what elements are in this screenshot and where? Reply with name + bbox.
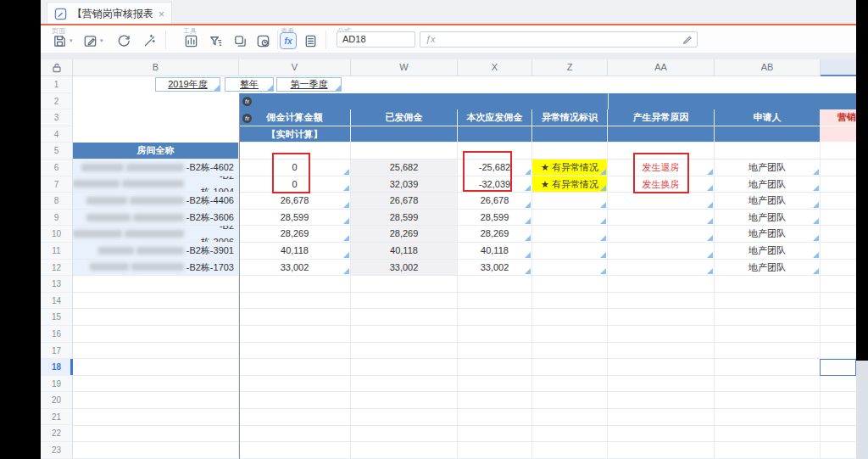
row-number[interactable]: 12 [41,260,72,277]
empty-cell[interactable] [608,309,715,326]
empty-cell[interactable] [715,426,821,443]
cell-applicant[interactable]: 地产团队 [715,176,821,193]
empty-cell[interactable] [458,343,532,360]
drilldown-triangle-icon[interactable] [525,202,531,208]
empty-cell[interactable] [239,359,351,376]
column-header-X[interactable]: X [458,59,532,76]
empty-cell[interactable] [73,276,239,293]
empty-cell[interactable] [821,343,856,360]
cell-abnormal-flag[interactable] [532,193,608,210]
room-name-header[interactable]: 房间全称 [73,143,239,160]
quarter-filter-chip[interactable]: 第一季度 [276,77,342,92]
drilldown-triangle-icon[interactable] [600,268,606,274]
history-button[interactable] [254,32,271,49]
drilldown-triangle-icon[interactable] [813,252,819,258]
empty-cell[interactable] [239,392,351,409]
cell-room-name[interactable]: -B2栋-3606 [73,210,239,227]
drilldown-triangle-icon[interactable] [707,169,713,175]
cell-payable-commission[interactable]: 33,002 [458,260,532,277]
cell-paid-commission[interactable]: 32,039 [351,176,458,193]
row-number[interactable]: 7 [41,176,72,193]
empty-cell[interactable] [821,276,856,293]
copy-button[interactable] [231,32,248,49]
empty-cell[interactable] [351,343,458,360]
row-number[interactable]: 14 [41,293,72,310]
row-number[interactable]: 19 [41,376,72,393]
drilldown-triangle-icon[interactable] [525,169,531,175]
drilldown-triangle-icon[interactable] [600,202,606,208]
empty-cell[interactable] [458,442,532,459]
empty-cell[interactable] [715,343,821,360]
row-number[interactable]: 21 [41,409,72,426]
drilldown-triangle-icon[interactable] [525,252,531,258]
column-header-AA[interactable]: AA [608,59,715,76]
cell-abnormal-reason[interactable] [608,193,715,210]
empty-cell[interactable] [715,442,821,459]
name-box[interactable]: AD18 [337,31,415,48]
payable-commission-header[interactable]: 本次应发佣金 [458,109,532,126]
empty-cell[interactable] [351,293,458,310]
list-view-button[interactable] [302,32,319,49]
cell-abnormal-flag[interactable] [532,260,608,277]
row-number[interactable]: 22 [41,425,72,442]
empty-cell[interactable] [73,359,239,376]
row-number[interactable]: 5 [41,143,72,160]
formula-edit-pencil-icon[interactable] [682,34,693,46]
empty-cell[interactable] [239,409,351,426]
drilldown-triangle-icon[interactable] [707,185,713,191]
row-number[interactable]: 2 [41,93,72,110]
row-number[interactable]: 10 [41,226,72,243]
empty-cell[interactable] [532,409,608,426]
drilldown-triangle-icon[interactable] [343,218,349,224]
save-dropdown-chevron-icon[interactable]: ▾ [70,37,73,44]
row-number[interactable]: 3 [41,109,72,126]
cell-applicant[interactable]: 地产团队 [715,160,821,176]
cell-payable-commission[interactable]: 40,118 [458,243,532,260]
cell-room-name[interactable]: -B2栋-4602 [73,160,239,176]
empty-cell[interactable] [608,343,715,360]
edit-button[interactable] [81,32,98,49]
empty-cell[interactable] [608,276,715,293]
column-header-W[interactable]: W [351,59,458,76]
drilldown-triangle-icon[interactable] [600,218,606,224]
empty-cell[interactable] [715,359,821,376]
row-number[interactable]: 13 [41,276,72,293]
vertical-scrollbar-track[interactable] [856,361,868,459]
drilldown-triangle-icon[interactable] [813,169,819,175]
empty-cell[interactable] [458,359,532,376]
cell-extra[interactable] [821,243,856,260]
cell-abnormal-flag[interactable] [532,226,608,243]
drilldown-triangle-icon[interactable] [707,218,713,224]
drilldown-triangle-icon[interactable] [343,202,349,208]
column-header-B[interactable]: B [73,59,239,76]
empty-cell[interactable] [351,376,458,393]
empty-cell[interactable] [532,309,608,326]
drilldown-triangle-icon[interactable] [343,235,349,241]
empty-cell[interactable] [608,359,715,376]
drilldown-triangle-icon[interactable] [214,85,220,91]
cell-room-name[interactable]: -B2栋-3901 [73,243,239,260]
empty-cell[interactable] [458,326,532,343]
empty-cell[interactable] [458,293,532,310]
cell-payable-commission[interactable]: 28,269 [458,226,532,243]
empty-cell[interactable] [608,426,715,443]
cell-room-name[interactable]: -B2栋-1904 [73,176,239,193]
cell-commission-calc[interactable]: 26,678 [239,193,351,210]
abnormal-reason-header[interactable]: 产生异常原因 [608,109,715,126]
empty-cell[interactable] [239,293,351,310]
drilldown-triangle-icon[interactable] [267,85,273,91]
paid-commission-header[interactable]: 已发佣金 [351,109,458,126]
empty-cell[interactable] [715,293,821,310]
row-number[interactable]: 15 [41,309,72,326]
drilldown-triangle-icon[interactable] [343,169,349,175]
empty-cell[interactable] [715,376,821,393]
empty-cell[interactable] [73,426,239,443]
empty-cell[interactable] [532,359,608,376]
cell-paid-commission[interactable]: 28,599 [351,210,458,227]
empty-cell[interactable] [351,326,458,343]
column-header-Z[interactable]: Z [532,59,608,76]
drilldown-triangle-icon[interactable] [813,185,819,191]
selected-cell-outline[interactable] [820,359,856,376]
empty-cell[interactable] [821,326,856,343]
empty-cell[interactable] [821,293,856,310]
